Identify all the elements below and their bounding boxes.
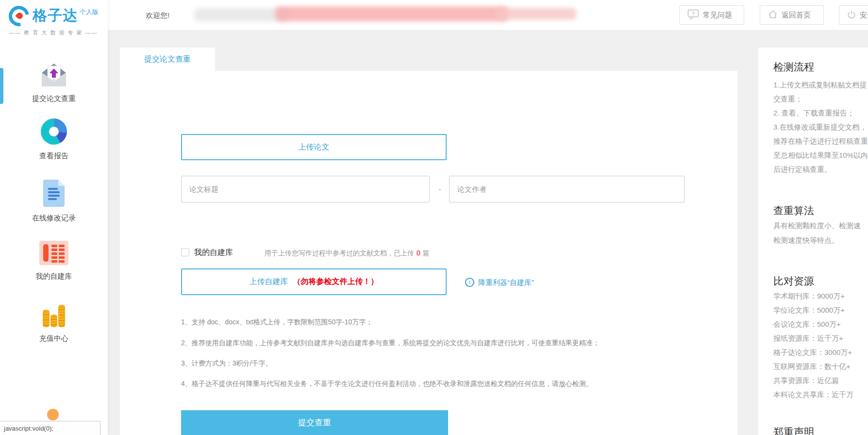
sidebar-item-label: 提交论文查重: [0, 94, 108, 103]
brand-edition: 个人版: [80, 8, 99, 17]
faq-button[interactable]: ? 常见问题: [679, 5, 744, 25]
sidebar-item-label: 我的自建库: [0, 272, 108, 281]
resource-row: 学位论文库：5000万+: [773, 303, 853, 317]
upload-library-warning: （勿将参检文件上传！）: [293, 277, 379, 287]
donut-chart-icon: [41, 118, 67, 145]
upload-library-button[interactable]: 上传自建库 （勿将参检文件上传！）: [181, 268, 447, 295]
question-bubble-icon: ?: [687, 9, 699, 21]
sidebar-item-label: 充值中心: [0, 334, 108, 343]
newspaper-icon: [39, 241, 68, 265]
aside-title-statement: 郑重声明: [773, 425, 814, 435]
sidebar-item-submit-check[interactable]: 提交论文查重: [0, 62, 108, 103]
aside-title-algorithm: 查重算法: [773, 204, 814, 218]
redacted-username-blur: [495, 8, 577, 20]
resource-row: 会议论文库：500万+: [773, 317, 853, 331]
aside-process-text: 1.上传文档或复制粘贴文档提 交查重； 2. 查看、下载查重报告； 3.在线修改…: [773, 78, 868, 176]
home-icon: [768, 10, 778, 20]
aside-title-process: 检测流程: [773, 60, 814, 74]
resource-row: 报纸资源库：近千万+: [773, 331, 853, 345]
sidebar-item-recharge-center[interactable]: 充值中心: [0, 301, 108, 343]
logout-button[interactable]: 安全退出: [839, 5, 868, 25]
upload-paper-button[interactable]: 上传论文: [181, 134, 447, 160]
resource-row: 格子达论文库：3000万+: [773, 345, 853, 359]
info-icon[interactable]: i: [465, 278, 474, 287]
tab-submit-paper-check[interactable]: 提交论文查重: [120, 48, 215, 71]
topbar: 欢迎您! ? 常见问题 返回首页: [108, 0, 868, 31]
resource-row: 学术期刊库：9000万+: [773, 289, 853, 303]
upload-library-label: 上传自建库: [250, 277, 288, 287]
redacted-username-blur: [194, 8, 289, 21]
redacted-username-blur: [275, 6, 508, 21]
note-line: 3、计费方式为：3积分/千字。: [181, 359, 272, 368]
library-tip-link[interactable]: 降重利器“自建库”: [478, 278, 534, 287]
paper-author-input[interactable]: [449, 176, 684, 202]
submit-check-button[interactable]: 提交查重: [181, 410, 448, 435]
note-line: 1、支持 doc、docx、txt格式上传，字数限制范围50字-10万字；: [181, 318, 372, 327]
sidebar-item-label: 在线修改记录: [0, 214, 108, 223]
aside-resources-list: 学术期刊库：9000万+ 学位论文库：5000万+ 会议论文库：500万+ 报纸…: [773, 289, 853, 402]
my-library-checkbox[interactable]: [181, 248, 189, 256]
envelope-upload-icon: [39, 62, 69, 89]
note-line: 2、推荐使用自建库功能，上传参考文献到自建库并勾选自建库参与查重，系统将提交的论…: [181, 339, 600, 348]
upload-paper-label: 上传论文: [299, 142, 330, 152]
faq-button-label: 常见问题: [703, 11, 732, 20]
my-library-description: 用于上传您写作过程中参考过的文献文档，已上传0篇: [265, 249, 430, 258]
aside-title-resources: 比对资源: [773, 274, 814, 288]
sidebar-item-view-report[interactable]: 查看报告: [0, 118, 108, 161]
resource-row: 本科论文共享库：近千万: [773, 387, 853, 402]
paper-title-input[interactable]: [181, 176, 430, 202]
main-panel: 上传论文 - 我的自建库 用于上传您写作过程中参考过的文献文档，已上传0篇 上传…: [120, 71, 737, 435]
app-root: 欢迎您! ? 常见问题 返回首页: [0, 0, 868, 435]
welcome-text: 欢迎您!: [146, 0, 169, 31]
sidebar-item-label: 查看报告: [0, 151, 108, 161]
field-separator: -: [431, 176, 449, 202]
resource-row: 互联网资源库：数十亿+: [773, 359, 853, 373]
document-icon: [43, 180, 65, 207]
coins-icon: [42, 301, 66, 327]
brand-logo-icon[interactable]: [9, 5, 31, 27]
brand-name: 格子达: [33, 6, 78, 26]
my-library-label: 我的自建库: [194, 248, 233, 258]
note-line: 4、格子达不提供任何降重与代写相关业务，不基于学生论文进行任何盈利活动，也绝不收…: [181, 380, 593, 388]
sidebar-item-edit-records[interactable]: 在线修改记录: [0, 180, 108, 223]
status-tooltip: javascript:void(0);: [0, 421, 100, 435]
svg-text:?: ?: [692, 10, 695, 16]
resource-row: 共享资源库：近亿篇: [773, 373, 853, 387]
brand-tagline: —— 教 育 大 数 据 专 家 ——: [4, 29, 103, 36]
home-button[interactable]: 返回首页: [760, 5, 824, 25]
status-tooltip-text: javascript:void(0);: [4, 425, 53, 432]
info-aside: 检测流程 1.上传文档或复制粘贴文档提 交查重； 2. 查看、下载查重报告； 3…: [758, 48, 868, 435]
sidebar: 格子达 个人版 —— 教 育 大 数 据 专 家 —— 提交论文查重 查看报告: [0, 0, 108, 435]
uploaded-count: 0: [417, 249, 420, 257]
aside-algorithm-text: 具有检测颗粒度小、检测速 检测速度快等特点。: [773, 218, 861, 248]
tab-label: 提交论文查重: [144, 54, 191, 65]
power-icon: [847, 10, 856, 20]
logout-button-label: 安全退出: [860, 11, 868, 20]
sidebar-item-my-library[interactable]: 我的自建库: [0, 241, 108, 281]
home-button-label: 返回首页: [782, 11, 811, 20]
avatar-circle-icon[interactable]: [47, 409, 59, 420]
